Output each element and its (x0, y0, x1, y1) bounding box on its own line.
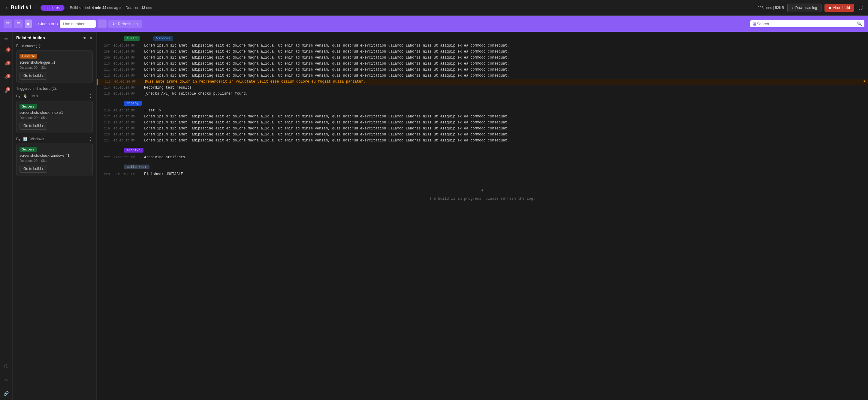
refresh-log-button[interactable]: ↻ Refresh log (108, 20, 142, 28)
flag-icon[interactable]: ⚒1 (2, 74, 10, 82)
log-line-highlighted: 213 09:06:34 PM Duis aute irure dolor in… (97, 79, 868, 85)
search-icon: 🔍 (857, 21, 862, 26)
build-title: Build #1 (10, 4, 32, 11)
cause-build-card: Unstable screenshots-trigger #1 Duration… (16, 51, 93, 83)
line-text: Lorem ipsum sit amet, adipiscing elit et… (144, 61, 866, 66)
link-icon[interactable]: 🔗 (2, 389, 10, 398)
line-time: 09:06:35 PM (114, 114, 141, 119)
toolbar: ☷ ☰ ■ ‹‹ Jump to ›› → ↻ Refresh log ▦ 🔍 (0, 16, 868, 32)
log-line: 221 09:06:35 PM Lorem ipsum sit amet, ad… (97, 138, 868, 144)
abort-build-button[interactable]: ■ Abort build (825, 4, 854, 12)
line-text: Lorem ipsum sit amet, adipiscing elit et… (144, 138, 866, 143)
settings-icon[interactable]: ⚙ (2, 376, 10, 384)
jump-section: ‹‹ Jump to ›› (36, 21, 58, 26)
linux-build-card: Success screenshots-check-linux #1 Durat… (16, 101, 93, 133)
line-text: Archiving artifacts (144, 155, 866, 160)
windows-more-button[interactable]: ⋮ (88, 136, 93, 142)
line-number: 223 (99, 171, 110, 177)
line-number: 214 (99, 85, 110, 90)
log-line: 210 09:06:34 PM Lorem ipsum sit amet, ad… (97, 61, 868, 67)
log-line: 215 09:06:34 PM [Checks API] No suitable… (97, 91, 868, 97)
line-time: 09:06:35 PM (114, 138, 141, 143)
line-text: Finished: UNSTABLE (144, 171, 866, 177)
flag-marker-icon: ⚑ (864, 79, 866, 84)
info-icon[interactable]: ⓘ (2, 362, 10, 371)
filter-icon: ▦ (753, 21, 757, 26)
go-to-line-button[interactable]: → (97, 20, 106, 28)
header-left: ‹ Build #1 › In progress Build started: … (4, 4, 152, 12)
toolbar-left: ☷ ☰ ■ ‹‹ Jump to ›› → ↻ Refresh log (4, 20, 142, 28)
line-time: 09:06:34 PM (114, 67, 141, 73)
windows-by-text: By: 🪟 Windows (16, 137, 44, 141)
cause-build-name: screenshots-trigger #1 (20, 60, 89, 64)
log-line: 214 09:06:34 PM Recording test results (97, 85, 868, 91)
cause-build-duration: Duration: 00m 33s (20, 66, 89, 69)
cause-go-to-build-button[interactable]: Go to build › (20, 72, 47, 80)
line-number: 209 (99, 55, 110, 60)
tag-icon[interactable]: ⚑4 (2, 61, 10, 69)
linux-icon: 🐧 (23, 94, 28, 98)
search-input[interactable] (757, 22, 857, 26)
line-time: 09:06:34 PM (114, 55, 141, 60)
windows-success-badge: Success (20, 147, 37, 152)
by-prefix-win: By: (16, 137, 21, 141)
windows-go-label: Go to build (23, 167, 41, 171)
linux-build-duration: Duration: 00m 05s (20, 116, 89, 119)
build-progress-message: ✦ The build is in progress, please refre… (97, 177, 868, 210)
line-text: Lorem ipsum sit amet, adipiscing elit et… (144, 120, 866, 125)
linux-more-button[interactable]: ⋮ (88, 93, 93, 99)
line-number-input[interactable] (60, 20, 96, 28)
log-line: 219 09:06:35 PM Lorem ipsum sit amet, ad… (97, 125, 868, 132)
cause-go-label: Go to build (23, 74, 41, 78)
line-number: 211 (99, 67, 110, 73)
linux-go-to-build-button[interactable]: Go to build › (20, 122, 47, 130)
jump-prev-button[interactable]: ‹‹ (36, 21, 39, 26)
log-line: 209 09:06:34 PM Lorem ipsum sit amet, ad… (97, 55, 868, 61)
deploy-stage-badge: Deploy (124, 101, 142, 106)
log-line: 211 09:06:34 PM Lorem ipsum sit amet, ad… (97, 67, 868, 73)
line-text: Lorem ipsum sit amet, adipiscing elit et… (144, 73, 866, 78)
network-icon[interactable]: ◆3 (3, 87, 10, 95)
search-box: ▦ 🔍 (750, 20, 864, 27)
log-line: 222 09:06:35 PM Archiving artifacts (97, 154, 868, 160)
line-number: 218 (99, 120, 110, 125)
panel-header: Related builds ★ ✕ (16, 35, 93, 40)
log-line: 208 09:06:34 PM Lorem ipsum sit amet, ad… (97, 49, 868, 55)
log-line: 207 09:06:34 PM Lorem ipsum sit amet, ad… (97, 42, 868, 49)
line-time: 09:06:35 PM (114, 155, 141, 160)
linux-label: Linux (29, 94, 38, 98)
panel-actions: ★ ✕ (83, 35, 93, 40)
close-panel-button[interactable]: ✕ (89, 35, 93, 40)
line-time: 09:06:34 PM (114, 91, 141, 96)
line-time: 09:06:34 PM (114, 49, 141, 54)
expand-button[interactable]: ⛶ (857, 4, 864, 11)
line-time: 09:06:35 PM (114, 120, 141, 125)
jump-next-button[interactable]: ›› (55, 21, 58, 26)
log-area[interactable]: Build Windows 207 09:06:34 PM Lorem ipsu… (97, 32, 868, 400)
view-grid-button[interactable]: ☷ (4, 20, 12, 28)
line-text: Lorem ipsum sit amet, adipiscing elit et… (144, 55, 866, 60)
line-number: 213 (100, 79, 111, 84)
windows-build-duration: Duration: 00m 08s (20, 159, 89, 163)
windows-go-to-build-button[interactable]: Go to build › (20, 165, 47, 173)
line-text: Lorem ipsum sit amet, adipiscing elit et… (144, 49, 866, 54)
forward-arrow[interactable]: › (34, 4, 38, 12)
build-stage-badge: Build (124, 36, 140, 41)
line-text: Lorem ipsum sit amet, adipiscing elit et… (144, 126, 866, 131)
star-button[interactable]: ★ (83, 35, 87, 40)
download-log-button[interactable]: ↓ Download log (787, 4, 822, 12)
line-time: 09:06:36 PM (114, 171, 141, 177)
line-text: Lorem ipsum sit amet, adipiscing elit et… (144, 114, 866, 119)
log-line: 220 09:06:35 PM Lorem ipsum sit amet, ad… (97, 132, 868, 138)
refresh-icon: ↻ (113, 22, 116, 26)
triggered-label: Triggered in this build (2): (16, 86, 93, 91)
view-log-button[interactable]: ■ (25, 20, 32, 28)
line-number: 219 (99, 126, 110, 131)
back-arrow[interactable]: ‹ (4, 4, 8, 12)
line-time: 09:06:35 PM (114, 132, 141, 137)
view-pipeline-button[interactable]: ☰ (14, 20, 23, 28)
alert-icon[interactable]: ⚠1 (2, 48, 10, 56)
log-line: 218 09:06:35 PM Lorem ipsum sit amet, ad… (97, 119, 868, 125)
lines-info: 223 lines | 52KB (757, 6, 784, 10)
grid-icon[interactable]: ☷ (2, 34, 10, 42)
